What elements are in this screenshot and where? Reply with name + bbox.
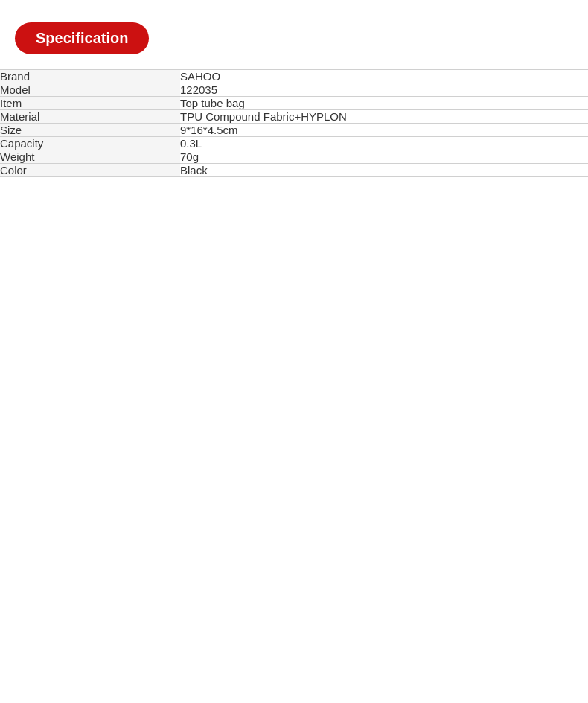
- spec-value: 70g: [180, 150, 588, 164]
- spec-value: TPU Compound Fabric+HYPLON: [180, 110, 588, 124]
- table-row: ColorBlack: [0, 164, 588, 177]
- table-row: BrandSAHOO: [0, 70, 588, 83]
- table-row: Model122035: [0, 83, 588, 97]
- spec-value: SAHOO: [180, 70, 588, 83]
- spec-value: 0.3L: [180, 137, 588, 150]
- spec-label: Weight: [0, 150, 180, 164]
- table-row: MaterialTPU Compound Fabric+HYPLON: [0, 110, 588, 124]
- table-row: Size9*16*4.5cm: [0, 124, 588, 137]
- table-row: Capacity0.3L: [0, 137, 588, 150]
- spec-label: Material: [0, 110, 180, 124]
- spec-label: Color: [0, 164, 180, 177]
- table-row: Weight70g: [0, 150, 588, 164]
- spec-label: Model: [0, 83, 180, 97]
- spec-label: Size: [0, 124, 180, 137]
- spec-label: Item: [0, 97, 180, 110]
- spec-value: Black: [180, 164, 588, 177]
- spec-value: Top tube bag: [180, 97, 588, 110]
- spec-label: Brand: [0, 70, 180, 83]
- spec-label: Capacity: [0, 137, 180, 150]
- page-header: Specification: [0, 0, 588, 69]
- spec-value: 122035: [180, 83, 588, 97]
- table-row: ItemTop tube bag: [0, 97, 588, 110]
- specification-badge: Specification: [15, 22, 149, 54]
- specification-table: BrandSAHOOModel122035ItemTop tube bagMat…: [0, 69, 588, 177]
- spec-value: 9*16*4.5cm: [180, 124, 588, 137]
